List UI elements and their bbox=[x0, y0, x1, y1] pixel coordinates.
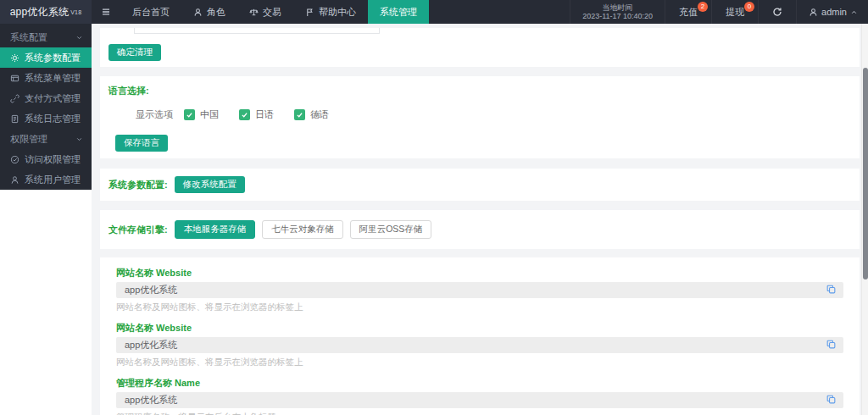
withdraw-label: 提现 bbox=[726, 6, 744, 19]
chevron-down-icon bbox=[75, 34, 83, 42]
copy-icon[interactable] bbox=[826, 339, 837, 350]
withdraw-button[interactable]: 提现 0 bbox=[711, 0, 758, 24]
check-circle-icon bbox=[10, 155, 19, 164]
language-checkbox-japanese[interactable]: 日语 bbox=[239, 108, 274, 121]
modify-system-config-button[interactable]: 修改系统配置 bbox=[175, 176, 245, 193]
display-options-label: 显示选项 bbox=[136, 108, 173, 121]
language-checkbox-china[interactable]: 中国 bbox=[184, 108, 219, 121]
field-hint: 网站名称及网站图标、将显示在浏览器的标签上 bbox=[116, 302, 843, 312]
recharge-label: 充值 bbox=[679, 6, 698, 19]
time-label: 当地时间 bbox=[603, 3, 633, 12]
refresh-icon bbox=[772, 7, 782, 17]
language-card: 语言选择: 显示选项 中国 日语 德语 保存语言 bbox=[100, 76, 860, 158]
user-menu[interactable]: admin bbox=[796, 0, 868, 24]
section-label: 权限管理 bbox=[10, 133, 47, 146]
nav-item-help[interactable]: 帮助中心 bbox=[293, 0, 368, 24]
recharge-button[interactable]: 充值 2 bbox=[665, 0, 711, 24]
storage-engine-label: 文件存储引擎: bbox=[108, 224, 168, 236]
save-language-button[interactable]: 保存语言 bbox=[115, 135, 168, 152]
sidebar-item-label: 系统参数配置 bbox=[25, 52, 81, 64]
checkbox-label: 中国 bbox=[200, 108, 219, 121]
storage-option-local[interactable]: 本地服务器存储 bbox=[175, 220, 256, 239]
storage-option-aliyun-oss[interactable]: 阿里云OSS存储 bbox=[350, 220, 432, 239]
nav-item-home[interactable]: 后台首页 bbox=[120, 0, 181, 24]
clear-card: 确定清理 bbox=[100, 28, 860, 67]
username: admin bbox=[821, 7, 847, 17]
checkbox-checked-icon bbox=[294, 109, 305, 120]
chevron-up-icon bbox=[850, 8, 858, 16]
sidebar-item-access-permissions[interactable]: 访问权限管理 bbox=[0, 149, 92, 169]
language-checkbox-german[interactable]: 德语 bbox=[294, 108, 329, 121]
chevron-down-icon bbox=[75, 136, 83, 143]
form-field-admin-name: 管理程序名称 Name 管理程序名称、将显示在后台左上角标题 bbox=[116, 378, 843, 415]
current-time: 当地时间 2023-11-17 10:40:20 bbox=[570, 0, 665, 24]
storage-options-group: 本地服务器存储 七牛云对象存储 阿里云OSS存储 bbox=[175, 220, 432, 239]
user-icon bbox=[809, 8, 818, 17]
system-params-label: 系统参数配置: bbox=[108, 179, 168, 191]
logo-version: V18 bbox=[70, 9, 81, 15]
site-settings-form-card: 网站名称 Website 网站名称及网站图标、将显示在浏览器的标签上 网站名称 … bbox=[100, 257, 860, 415]
checkbox-label: 德语 bbox=[310, 108, 329, 121]
scale-icon bbox=[249, 8, 259, 17]
sidebar-section-system-config[interactable]: 系统配置 bbox=[0, 27, 92, 47]
vertical-scrollbar[interactable] bbox=[861, 24, 868, 415]
topbar: app优化系统 V18 后台首页 角色 交易 帮助中心 系统管理 当地时间 20… bbox=[0, 0, 868, 24]
logo-text: app优化系统 bbox=[10, 5, 69, 19]
sidebar-item-label: 系统用户管理 bbox=[25, 174, 81, 186]
nav-item-home-label: 后台首页 bbox=[132, 6, 170, 19]
sidebar-item-label: 访问权限管理 bbox=[25, 153, 81, 166]
sidebar-item-system-users[interactable]: 系统用户管理 bbox=[0, 169, 92, 190]
copy-icon[interactable] bbox=[826, 284, 837, 295]
language-select-label: 语言选择: bbox=[108, 85, 851, 97]
nav-item-roles-label: 角色 bbox=[207, 6, 225, 19]
nav-item-system-label: 系统管理 bbox=[380, 6, 417, 19]
main-content: 确定清理 语言选择: 显示选项 中国 日语 德语 bbox=[92, 24, 868, 415]
refresh-button[interactable] bbox=[758, 0, 796, 24]
storage-option-qiniu[interactable]: 七牛云对象存储 bbox=[262, 220, 343, 239]
log-icon bbox=[10, 114, 19, 124]
person-icon bbox=[193, 8, 203, 17]
time-value: 2023-11-17 10:40:20 bbox=[582, 12, 653, 20]
truncated-input[interactable] bbox=[134, 28, 380, 34]
app-logo: app优化系统 V18 bbox=[0, 0, 92, 24]
flag-icon bbox=[305, 8, 314, 17]
sidebar-item-system-logs[interactable]: 系统日志管理 bbox=[0, 108, 92, 129]
website-name-input-2[interactable] bbox=[116, 337, 843, 353]
nav-item-trade-label: 交易 bbox=[263, 6, 281, 19]
language-options-row: 显示选项 中国 日语 德语 bbox=[136, 108, 851, 121]
nav-item-system[interactable]: 系统管理 bbox=[368, 0, 429, 24]
nav-item-trade[interactable]: 交易 bbox=[237, 0, 293, 24]
form-field-website-name-1: 网站名称 Website 网站名称及网站图标、将显示在浏览器的标签上 bbox=[116, 268, 843, 312]
hamburger-icon[interactable] bbox=[92, 0, 120, 24]
checkbox-checked-icon bbox=[239, 109, 250, 120]
sidebar-item-system-menu[interactable]: 系统菜单管理 bbox=[0, 68, 92, 88]
user-icon bbox=[10, 175, 19, 185]
sidebar: 系统配置 系统参数配置 系统菜单管理 支付方式管理 系统日志管理 权限管理 bbox=[0, 24, 92, 190]
topbar-right: 当地时间 2023-11-17 10:40:20 充值 2 提现 0 admin bbox=[570, 0, 868, 24]
admin-name-input[interactable] bbox=[116, 392, 843, 408]
copy-icon[interactable] bbox=[826, 394, 837, 405]
section-label: 系统配置 bbox=[10, 31, 47, 44]
storage-engine-card: 文件存储引擎: 本地服务器存储 七牛云对象存储 阿里云OSS存储 bbox=[100, 210, 860, 249]
checkbox-checked-icon bbox=[184, 109, 195, 120]
sidebar-section-permissions[interactable]: 权限管理 bbox=[0, 129, 92, 149]
field-label: 管理程序名称 Name bbox=[116, 378, 843, 388]
link-icon bbox=[10, 94, 19, 103]
sidebar-item-payment-methods[interactable]: 支付方式管理 bbox=[0, 88, 92, 108]
confirm-clear-button[interactable]: 确定清理 bbox=[108, 44, 161, 61]
sidebar-item-system-params[interactable]: 系统参数配置 bbox=[0, 47, 92, 68]
scrollbar-thumb[interactable] bbox=[863, 68, 868, 279]
system-params-card: 系统参数配置: 修改系统配置 bbox=[100, 169, 860, 201]
field-hint: 网站名称及网站图标、将显示在浏览器的标签上 bbox=[116, 357, 843, 367]
checkbox-label: 日语 bbox=[255, 108, 274, 121]
gear-icon bbox=[10, 53, 19, 63]
nav-item-help-label: 帮助中心 bbox=[319, 6, 356, 19]
nav-item-roles[interactable]: 角色 bbox=[181, 0, 237, 24]
field-label: 网站名称 Website bbox=[116, 268, 843, 278]
sidebar-item-label: 系统菜单管理 bbox=[25, 72, 81, 85]
sidebar-item-label: 支付方式管理 bbox=[25, 92, 81, 105]
website-name-input-1[interactable] bbox=[116, 282, 843, 298]
form-field-website-name-2: 网站名称 Website 网站名称及网站图标、将显示在浏览器的标签上 bbox=[116, 323, 843, 367]
menu-icon bbox=[10, 74, 19, 83]
field-label: 网站名称 Website bbox=[116, 323, 843, 333]
